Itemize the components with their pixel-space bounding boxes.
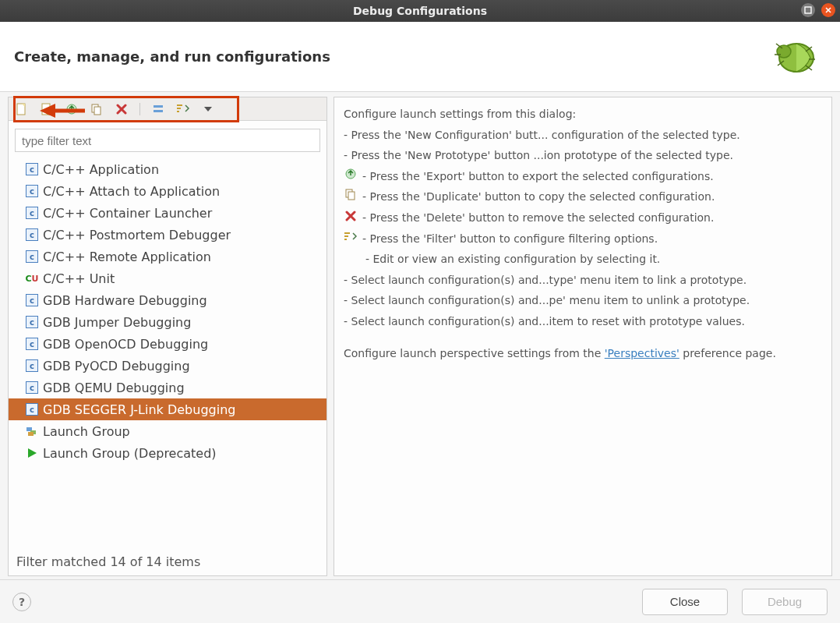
c-config-icon: c — [26, 338, 38, 350]
window-controls — [801, 3, 835, 17]
c-config-icon: c — [26, 381, 38, 394]
hint-reset-proto: - Select launch configuration(s) and...i… — [344, 311, 822, 332]
tree-item[interactable]: cGDB Hardware Debugging — [9, 289, 326, 311]
hint-delete: - Press the 'Delete' button to remove th… — [344, 207, 822, 228]
hint-text: - Select launch configuration(s) and...t… — [344, 270, 746, 291]
c-config-icon: c — [26, 359, 38, 372]
svg-rect-31 — [348, 192, 355, 200]
c-config-icon: c — [26, 316, 38, 328]
config-toolbar — [9, 97, 326, 121]
tree-item-label: C/C++ Postmortem Debugger — [43, 228, 231, 242]
perspective-hint: Configure launch perspective settings fr… — [344, 343, 822, 364]
help-button[interactable]: ? — [12, 593, 31, 611]
filter-input[interactable] — [15, 129, 320, 152]
toolbar-menu-dropdown[interactable] — [201, 102, 215, 116]
hint-unlink-proto: - Select launch configuration(s) and...p… — [344, 290, 822, 311]
tree-item[interactable]: CUC/C++ Unit — [9, 267, 326, 289]
tree-item[interactable]: cGDB OpenOCD Debugging — [9, 333, 326, 355]
filter-button[interactable] — [176, 102, 190, 116]
tree-item-label: Launch Group — [43, 424, 130, 439]
tree-item-label: C/C++ Application — [43, 162, 159, 177]
tree-item[interactable]: Launch Group — [9, 420, 326, 442]
play-icon — [26, 447, 38, 459]
cunit-icon: CU — [26, 272, 38, 285]
hint-export: - Press the 'Export' button to export th… — [344, 166, 822, 187]
hint-new-config: - Press the 'New Configuration' butt... … — [344, 125, 822, 146]
hint-text: - Press the 'Duplicate' button to copy t… — [362, 186, 715, 207]
svg-rect-23 — [154, 110, 163, 112]
close-window-button[interactable] — [821, 3, 835, 17]
bug-icon — [767, 31, 821, 82]
filter-status: Filter matched 14 of 14 items — [9, 548, 326, 575]
tree-item-label: GDB SEGGER J-Link Debugging — [43, 402, 235, 417]
tree-item-label: GDB PyOCD Debugging — [43, 359, 190, 373]
tree-item-label: GDB QEMU Debugging — [43, 381, 185, 395]
tree-item[interactable]: Launch Group (Deprecated) — [9, 442, 326, 464]
export-icon — [344, 168, 358, 180]
tree-item[interactable]: cC/C++ Attach to Application — [9, 180, 326, 202]
svg-rect-19 — [94, 107, 101, 115]
tree-item[interactable]: cC/C++ Application — [9, 158, 326, 180]
hint-text: - Edit or view an existing configuration… — [365, 249, 660, 270]
new-prototype-button[interactable] — [40, 102, 54, 116]
svg-point-4 — [777, 45, 791, 58]
perspective-pre: Configure launch perspective settings fr… — [344, 347, 605, 359]
tree-item[interactable]: cC/C++ Postmortem Debugger — [9, 224, 326, 246]
duplicate-button[interactable] — [90, 102, 104, 116]
c-config-icon: c — [26, 403, 38, 416]
c-config-icon: c — [26, 207, 38, 219]
dialog-header: Create, manage, and run configurations — [0, 22, 840, 92]
hint-filter: - Press the 'Filter' button to configure… — [344, 228, 822, 250]
tree-item[interactable]: cGDB Jumper Debugging — [9, 311, 326, 333]
svg-marker-24 — [204, 107, 212, 112]
tree-item[interactable]: cGDB SEGGER J-Link Debugging — [9, 398, 326, 420]
svg-point-16 — [46, 108, 52, 115]
main-content: cC/C++ ApplicationcC/C++ Attach to Appli… — [0, 92, 840, 579]
dialog-title: Create, manage, and run configurations — [14, 48, 330, 65]
tree-item[interactable]: cC/C++ Remote Application — [9, 246, 326, 267]
hint-text: - Press the 'Filter' button to configure… — [362, 228, 658, 250]
svg-rect-27 — [28, 432, 34, 436]
titlebar: Debug Configurations — [0, 0, 840, 22]
tree-item-label: GDB Hardware Debugging — [43, 293, 207, 308]
hint-text: - Press the 'Delete' button to remove th… — [362, 207, 714, 228]
toolbar-separator — [139, 103, 140, 115]
c-config-icon: c — [26, 250, 38, 263]
svg-marker-28 — [28, 448, 37, 458]
details-intro: Configure launch settings from this dial… — [344, 104, 822, 125]
svg-rect-22 — [154, 105, 163, 108]
hint-text: - Press the 'New Configuration' butt... … — [344, 125, 740, 146]
c-config-icon: c — [26, 228, 38, 241]
debug-button[interactable]: Debug — [742, 589, 828, 615]
config-tree[interactable]: cC/C++ ApplicationcC/C++ Attach to Appli… — [9, 157, 326, 548]
tree-item-label: C/C++ Remote Application — [43, 250, 211, 264]
hint-link-proto: - Select launch configuration(s) and...t… — [344, 270, 822, 291]
c-config-icon: c — [26, 185, 38, 197]
left-pane: cC/C++ ApplicationcC/C++ Attach to Appli… — [8, 97, 327, 576]
hint-text: - Select launch configuration(s) and...p… — [344, 290, 750, 311]
hint-text: - Press the 'Export' button to export th… — [362, 166, 714, 187]
tree-item[interactable]: cGDB PyOCD Debugging — [9, 355, 326, 377]
tree-item-label: Launch Group (Deprecated) — [43, 446, 217, 461]
tree-item[interactable]: cGDB QEMU Debugging — [9, 377, 326, 398]
duplicate-icon — [344, 188, 358, 200]
c-config-icon: c — [26, 294, 38, 306]
delete-button[interactable] — [115, 102, 129, 116]
maximize-button[interactable] — [801, 3, 815, 17]
close-button[interactable]: Close — [642, 589, 728, 615]
tree-item-label: C/C++ Container Launcher — [43, 206, 212, 221]
c-config-icon: c — [26, 163, 38, 175]
hint-text: - Select launch configuration(s) and...i… — [344, 311, 745, 332]
hint-new-prototype: - Press the 'New Prototype' button ...io… — [344, 145, 822, 166]
export-button[interactable] — [65, 102, 79, 116]
tree-item-label: C/C++ Attach to Application — [43, 184, 220, 199]
collapse-all-button[interactable] — [151, 102, 165, 116]
new-config-button[interactable] — [15, 102, 29, 116]
tree-item[interactable]: cC/C++ Container Launcher — [9, 202, 326, 224]
launch-group-icon — [26, 425, 38, 437]
svg-rect-0 — [805, 7, 811, 13]
perspectives-link[interactable]: 'Perspectives' — [605, 347, 679, 359]
tree-item-label: GDB Jumper Debugging — [43, 315, 191, 330]
tree-item-label: C/C++ Unit — [43, 271, 115, 286]
hint-text: - Press the 'New Prototype' button ...io… — [344, 145, 733, 166]
